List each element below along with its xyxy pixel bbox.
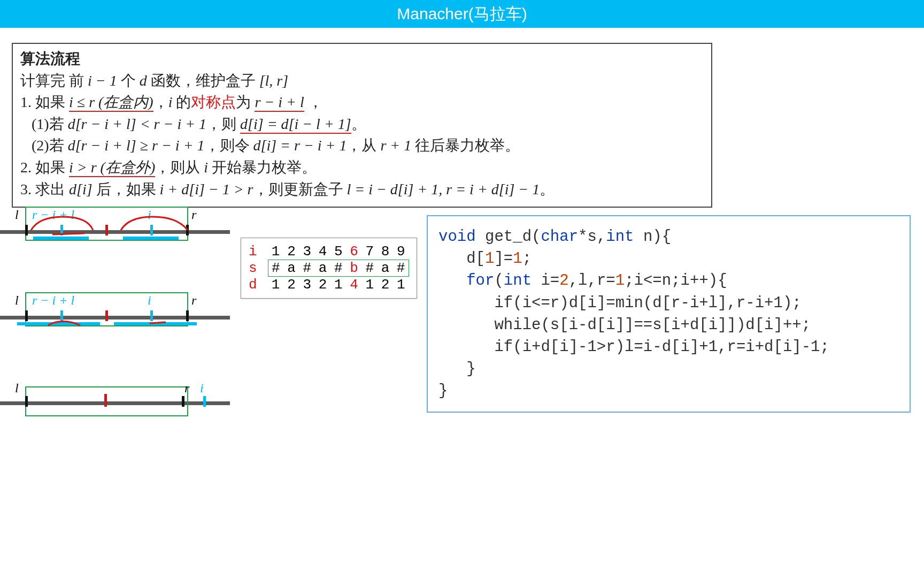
code [438,272,466,290]
cell: 1 [330,277,346,293]
cell: a [315,260,330,277]
kw: char [541,228,578,246]
diagram-case-3: l r i [0,375,230,417]
label-i: i [200,381,204,396]
txt: 函数，维护盒子 [147,72,259,89]
cell: # [299,260,315,277]
num: 2 [559,272,568,290]
cell-hl: 4 [346,277,361,293]
example-table: i 1 2 3 4 5 6 7 8 9 s # a # a # b # a # … [241,238,417,299]
txt-red: 对称点 [191,94,236,110]
txt: ， [304,94,323,110]
tick-l [25,225,28,235]
tick-r [186,310,189,321]
expr: d[i] = r − i + 1 [253,137,347,154]
red-curve-left [31,214,95,235]
row-label: s [249,260,268,277]
page-title: Manacher(马拉车) [397,5,527,22]
expr: d [140,72,147,89]
cell: a [378,260,393,277]
cell: 4 [315,244,330,260]
cell: 1 [393,277,409,293]
txt: ，则令 [205,137,253,154]
tick-l [25,310,28,321]
cell: # [393,260,409,277]
cell: 2 [283,244,299,260]
code: } [438,382,448,400]
txt: 1. 如果 [20,94,69,110]
txt: ，则更新盒子 [253,181,347,197]
cell: # [362,260,378,277]
code: ;i<=n;i++){ [625,272,727,290]
code: n){ [634,228,672,246]
red-curve-right [150,320,171,326]
cell: 2 [283,277,299,293]
expr: [l, r] [259,72,288,89]
cell: a [283,260,299,277]
txt: 2. 如果 [20,159,69,176]
expr: d[r − i + l] < r − i + 1 [68,116,206,132]
flow-step-2: 2. 如果 i > r (在盒外)，则从 i 开始暴力枚举。 [20,157,704,179]
diagram-case-1: l r r − i + l i [0,203,230,246]
num: 1 [485,250,494,268]
txt: 计算完 前 [20,72,88,89]
red-curve-right [121,214,190,235]
code: get_d( [476,228,541,246]
txt: 为 [236,94,255,110]
label-l: l [15,208,19,222]
num: 1 [615,272,625,290]
label-mirror: r − i + l [32,293,74,308]
page-title-bar: Manacher(马拉车) [0,0,924,28]
txt: 个 [117,72,140,89]
code: ]= [494,250,513,268]
txt: 的 [172,94,191,110]
expr-underlined: i ≤ r (在盒内) [69,94,153,112]
code: while(s[i-d[i]]==s[i+d[i]])d[i]++; [438,316,811,334]
kw: int [606,228,634,246]
label-i: i [148,293,151,308]
label-r: r [184,381,189,396]
cell: 1 [362,277,378,293]
num: 1 [513,250,522,268]
flow-step-1-1: (1)若 d[r − i + l] < r − i + 1，则 d[i] = d… [20,113,704,135]
code: if(i+d[i]-1>r)l=i-d[i]+1,r=i+d[i]-1; [438,338,829,356]
table-row-i: i 1 2 3 4 5 6 7 8 9 [249,244,409,260]
cell: # [330,260,346,277]
row-label: d [249,277,268,293]
expr-underlined: i > r (在盒外) [69,159,155,177]
cell: 2 [378,277,393,293]
tick-r [182,396,184,407]
range-i [123,237,179,240]
kw: void [438,228,476,246]
code: if(i<=r)d[i]=min(d[r-i+l],r-i+1); [438,294,802,312]
txt: 开始暴力枚举。 [208,159,317,176]
code: ,l,r= [569,272,615,290]
expr: i [204,159,208,176]
expr: i − 1 [88,72,117,89]
txt: ，则 [206,116,240,132]
tick-i [203,396,206,407]
cell: 9 [393,244,409,260]
txt: 往后暴力枚举。 [411,137,520,154]
flow-step-3: 3. 求出 d[i] 后，如果 i + d[i] − 1 > r，则更新盒子 l… [20,179,704,201]
code: *s, [578,228,606,246]
expr: d[r − i + l] ≥ r − i + 1 [68,137,205,154]
label-r: r [191,208,196,222]
txt: ，则从 [155,159,204,176]
label-l: l [15,293,19,308]
txt: (1)若 [20,116,68,132]
flow-step-1-2: (2)若 d[r − i + l] ≥ r − i + 1，则令 d[i] = … [20,135,704,157]
flow-step-1: 1. 如果 i ≤ r (在盒内)，i 的对称点为 r − i + l ， [20,92,704,113]
cell: 3 [299,244,315,260]
cell-hl: 6 [346,244,361,260]
table-row-d: d 1 2 3 2 1 4 1 2 1 [249,277,409,293]
code: d[ [438,250,485,268]
cell-hl: b [346,260,361,277]
red-curve-left [48,320,91,329]
tick-mid [105,225,108,235]
expr: l = i − d[i] + 1, r = i + d[i] − 1 [347,181,540,197]
tick-mirror [60,310,63,321]
code: ( [494,272,503,290]
cell: 5 [330,244,346,260]
cell: 3 [299,277,315,293]
